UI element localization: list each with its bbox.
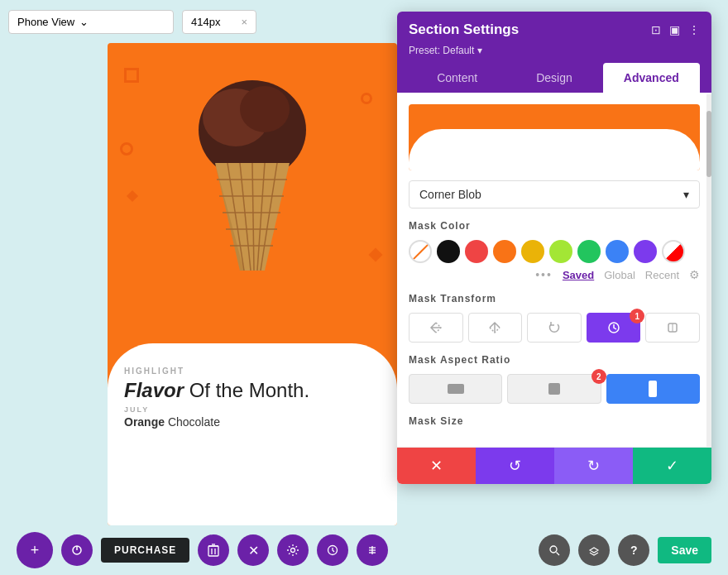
color-swatch-green[interactable] xyxy=(577,240,601,263)
layers-icon-btn[interactable] xyxy=(578,534,610,566)
tab-content[interactable]: Content xyxy=(409,63,505,93)
aspect-tall[interactable] xyxy=(606,374,700,404)
aspect-wide[interactable] xyxy=(409,374,502,404)
panel-body: Corner Blob ▾ Mask Color ••• Saved Globa… xyxy=(397,93,711,447)
color-swatch-black[interactable] xyxy=(437,240,460,263)
color-swatch-red[interactable] xyxy=(465,240,488,263)
help-icon-btn[interactable]: ? xyxy=(618,534,649,566)
white-area: HIGHLIGHT Flavor Of the Month. JULY Oran… xyxy=(108,343,397,525)
px-value: 414px xyxy=(191,16,220,28)
svg-line-32 xyxy=(557,553,560,556)
color-swatch-blue[interactable] xyxy=(606,240,629,263)
plus-icon: + xyxy=(31,542,40,559)
color-swatch-lime[interactable] xyxy=(549,240,572,263)
flavor-desc-bold: Orange xyxy=(124,415,165,429)
search-icon-btn[interactable] xyxy=(539,534,570,566)
purchase-label: PURCHASE xyxy=(114,544,176,556)
flavor-desc: Orange Chocolate xyxy=(124,415,381,429)
purchase-bar: PURCHASE xyxy=(101,538,189,563)
chevron-icon: ⌄ xyxy=(79,16,89,28)
color-swatch-purple[interactable] xyxy=(634,240,657,263)
action-redo[interactable]: ↻ xyxy=(554,448,633,484)
view-selector-label: Phone View xyxy=(17,16,74,28)
color-tabs-row: ••• Saved Global Recent ⚙ xyxy=(409,268,700,281)
settings-button[interactable] xyxy=(277,534,309,566)
transform-active[interactable]: 1 xyxy=(587,313,641,343)
aspect-sq-icon xyxy=(548,383,560,395)
bottom-toolbar: + PURCHASE ✕ ? Sav xyxy=(0,525,728,575)
layout-button[interactable] xyxy=(357,534,388,566)
settings-panel: Section Settings ⊡ ▣ ⋮ Preset: Default ▾… xyxy=(397,12,711,484)
close-icon[interactable]: × xyxy=(241,16,247,28)
add-button[interactable]: + xyxy=(17,532,53,568)
svg-point-2 xyxy=(240,86,290,132)
flavor-bold: Flavor xyxy=(124,379,184,401)
shape-dropdown[interactable]: Corner Blob ▾ xyxy=(409,180,700,208)
panel-scrollbar[interactable] xyxy=(706,94,711,448)
deco-circle-2 xyxy=(361,93,372,104)
dropdown-arrow: ▾ xyxy=(683,188,689,201)
panel-scrollbar-thumb[interactable] xyxy=(706,111,711,177)
view-selector[interactable]: Phone View ⌄ xyxy=(8,10,174,34)
save-button[interactable]: Save xyxy=(658,537,711,563)
color-settings-icon[interactable]: ⚙ xyxy=(689,268,700,281)
question-icon: ? xyxy=(630,544,638,557)
svg-rect-20 xyxy=(208,546,218,556)
panel-preview-white xyxy=(409,129,700,170)
phone-view: HIGHLIGHT Flavor Of the Month. JULY Oran… xyxy=(108,43,397,525)
transform-rotate-left[interactable] xyxy=(527,313,582,343)
month-label: JULY xyxy=(124,405,381,414)
highlight-label: HIGHLIGHT xyxy=(124,367,381,376)
tab-advanced[interactable]: Advanced xyxy=(603,63,700,93)
deco-circle-1 xyxy=(124,68,139,83)
bottom-left-tools: + PURCHASE ✕ xyxy=(17,532,388,568)
close-button[interactable]: ✕ xyxy=(237,534,269,566)
panel-actions: ✕ ↺ ↻ ✓ xyxy=(397,447,711,484)
svg-point-25 xyxy=(291,549,295,553)
flavor-title: Flavor Of the Month. xyxy=(124,379,381,402)
color-tab-recent[interactable]: Recent xyxy=(645,269,679,281)
aspect-square[interactable]: 2 xyxy=(507,374,601,404)
color-tab-saved[interactable]: Saved xyxy=(563,269,594,281)
action-cancel[interactable]: ✕ xyxy=(397,448,476,484)
px-input[interactable]: 414px × xyxy=(182,10,256,34)
top-bar: Phone View ⌄ 414px × xyxy=(0,0,728,43)
mask-transform-label: Mask Transform xyxy=(409,293,700,304)
preset-label[interactable]: Preset: Default ▾ xyxy=(409,45,700,56)
aspect-wide-icon xyxy=(448,384,464,394)
color-swatches-row xyxy=(409,240,700,263)
aspect-row: 2 xyxy=(409,374,700,404)
tab-design[interactable]: Design xyxy=(505,63,602,93)
action-confirm[interactable]: ✓ xyxy=(633,448,711,484)
aspect-badge-2: 2 xyxy=(592,369,606,384)
flavor-desc-rest: Chocolate xyxy=(165,415,220,429)
action-reset[interactable]: ↺ xyxy=(476,448,554,484)
panel-preview xyxy=(409,104,700,170)
history-button[interactable] xyxy=(317,534,348,566)
color-swatch-transparent[interactable] xyxy=(409,240,432,263)
mask-aspect-label: Mask Aspect Ratio xyxy=(409,354,700,366)
deco-diamond-1 xyxy=(127,190,138,202)
trash-button[interactable] xyxy=(198,534,229,566)
deco-circle-3 xyxy=(120,142,133,156)
flavor-rest: Of the Month. xyxy=(184,379,309,401)
transform-row: 1 xyxy=(409,313,700,343)
deco-diamond-2 xyxy=(369,248,383,262)
more-colors-dots[interactable]: ••• xyxy=(535,268,553,281)
transform-flip-vert2[interactable] xyxy=(645,313,700,343)
mask-size-label: Mask Size xyxy=(409,415,700,427)
power-button[interactable] xyxy=(61,534,93,566)
ice-cream-card: HIGHLIGHT Flavor Of the Month. JULY Oran… xyxy=(108,43,397,525)
transform-flip-h[interactable] xyxy=(409,313,463,343)
color-tab-global[interactable]: Global xyxy=(604,269,635,281)
color-swatch-yellow[interactable] xyxy=(521,240,544,263)
color-swatch-slash[interactable] xyxy=(662,240,685,263)
bottom-right-tools: ? Save xyxy=(539,534,711,566)
mask-color-label: Mask Color xyxy=(409,220,700,232)
panel-tabs: Content Design Advanced xyxy=(409,63,700,93)
ice-cream-image xyxy=(186,51,318,275)
transform-flip-v[interactable] xyxy=(468,313,523,343)
color-swatch-orange[interactable] xyxy=(493,240,516,263)
svg-point-31 xyxy=(550,546,557,553)
transform-badge-1: 1 xyxy=(630,309,644,323)
